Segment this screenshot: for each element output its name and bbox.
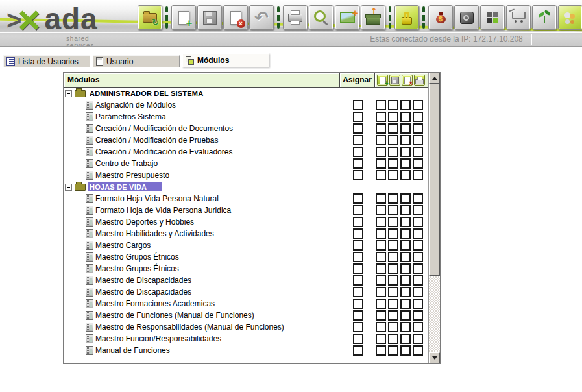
assign-checkbox[interactable]: [353, 217, 363, 227]
permission-checkbox[interactable]: [413, 147, 423, 157]
permission-checkbox[interactable]: [376, 217, 386, 227]
module-row[interactable]: Maestro de Responsabilidades (Manual de …: [64, 321, 430, 333]
assign-checkbox[interactable]: [353, 299, 363, 309]
permission-checkbox[interactable]: [413, 100, 423, 110]
permission-checkbox[interactable]: [388, 240, 398, 251]
assign-checkbox[interactable]: [353, 100, 363, 110]
module-group-row[interactable]: HOJAS DE VIDA: [64, 181, 430, 193]
permission-checkbox[interactable]: [388, 287, 398, 297]
module-row[interactable]: Maestro Deportes y Hobbies: [64, 216, 430, 228]
permission-checkbox[interactable]: [400, 240, 411, 251]
money-button[interactable]: [428, 5, 453, 30]
module-row[interactable]: Parámetros Sistema: [64, 111, 430, 123]
permission-checkbox[interactable]: [413, 170, 423, 180]
assign-checkbox[interactable]: [353, 147, 363, 157]
permission-checkbox[interactable]: [388, 123, 398, 134]
export-image-button[interactable]: [335, 5, 359, 30]
permission-checkbox[interactable]: [376, 158, 386, 169]
permission-checkbox[interactable]: [413, 240, 423, 251]
permission-checkbox[interactable]: [388, 322, 398, 332]
permission-checkbox[interactable]: [388, 158, 398, 169]
permission-checkbox[interactable]: [388, 170, 398, 180]
permission-checkbox[interactable]: [400, 345, 411, 356]
permission-checkbox[interactable]: [388, 205, 398, 215]
permission-checkbox[interactable]: [388, 263, 398, 274]
module-row[interactable]: Maestro Cargos: [64, 239, 430, 251]
permission-checkbox[interactable]: [388, 100, 398, 110]
permission-checkbox[interactable]: [388, 217, 398, 227]
assign-checkbox[interactable]: [353, 287, 363, 297]
module-row[interactable]: Maestro Habilidades y Actividades: [64, 228, 430, 239]
assign-checkbox[interactable]: [353, 263, 363, 274]
module-row[interactable]: Maestro Presupuesto: [64, 169, 430, 181]
permission-checkbox[interactable]: [400, 228, 411, 239]
permission-checkbox[interactable]: [413, 123, 423, 134]
module-row[interactable]: Formato Hoja de Vida Persona Juridica: [64, 204, 430, 216]
permission-checkbox[interactable]: [376, 193, 386, 204]
permission-checkbox[interactable]: [388, 228, 398, 239]
permission-checkbox[interactable]: [400, 263, 411, 274]
tab-lista-de-usuarios[interactable]: Lista de Usuarios: [3, 55, 90, 67]
permission-checkbox[interactable]: [400, 322, 411, 332]
row-delete-button[interactable]: [402, 75, 413, 86]
permission-checkbox[interactable]: [400, 123, 411, 134]
permission-checkbox[interactable]: [413, 228, 423, 239]
assign-checkbox[interactable]: [353, 135, 363, 145]
permission-checkbox[interactable]: [388, 334, 398, 344]
permission-checkbox[interactable]: [376, 334, 386, 344]
open-box-button[interactable]: [361, 5, 385, 30]
module-row[interactable]: Maestro Grupos Étnicos: [64, 251, 430, 263]
permission-checkbox[interactable]: [376, 345, 386, 356]
module-row[interactable]: Manual de Funciones: [64, 345, 430, 356]
permission-checkbox[interactable]: [413, 322, 423, 332]
permission-checkbox[interactable]: [413, 310, 423, 321]
permission-checkbox[interactable]: [413, 263, 423, 274]
permission-checkbox[interactable]: [376, 170, 386, 180]
scroll-down-button[interactable]: [429, 352, 440, 363]
assign-checkbox[interactable]: [353, 310, 363, 321]
cart-button[interactable]: [506, 5, 531, 30]
permission-checkbox[interactable]: [413, 275, 423, 286]
permission-checkbox[interactable]: [376, 135, 386, 145]
collapse-toggle-icon[interactable]: [65, 184, 72, 191]
module-row[interactable]: Maestro de Discapacidades: [64, 286, 430, 298]
module-row[interactable]: Maestro de Funciones (Manual de Funcione…: [64, 310, 430, 321]
permission-checkbox[interactable]: [413, 299, 423, 309]
permission-checkbox[interactable]: [376, 100, 386, 110]
permission-checkbox[interactable]: [400, 310, 411, 321]
assign-checkbox[interactable]: [353, 345, 363, 356]
permission-checkbox[interactable]: [388, 345, 398, 356]
module-row[interactable]: Creación / Modificación de Evaluadores: [64, 146, 430, 158]
permission-checkbox[interactable]: [400, 205, 411, 215]
permission-checkbox[interactable]: [413, 252, 423, 262]
assign-checkbox[interactable]: [353, 228, 363, 239]
payroll-button[interactable]: [532, 5, 557, 30]
module-row[interactable]: Formato Hoja Vida Persona Natural: [64, 193, 430, 204]
permission-checkbox[interactable]: [388, 147, 398, 157]
permission-checkbox[interactable]: [413, 217, 423, 227]
assign-checkbox[interactable]: [353, 158, 363, 169]
permission-checkbox[interactable]: [376, 310, 386, 321]
scroll-up-button[interactable]: [429, 73, 440, 84]
permission-checkbox[interactable]: [388, 193, 398, 204]
permission-checkbox[interactable]: [413, 135, 423, 145]
open-button[interactable]: [138, 5, 162, 30]
permission-checkbox[interactable]: [400, 135, 411, 145]
permission-checkbox[interactable]: [388, 112, 398, 122]
assign-checkbox[interactable]: [353, 112, 363, 122]
lock-button[interactable]: [394, 5, 419, 30]
scrollbar-thumb[interactable]: [429, 84, 440, 276]
permission-checkbox[interactable]: [388, 275, 398, 286]
permission-checkbox[interactable]: [400, 193, 411, 204]
permission-checkbox[interactable]: [400, 112, 411, 122]
permission-checkbox[interactable]: [413, 334, 423, 344]
permission-checkbox[interactable]: [376, 205, 386, 215]
collapse-toggle-icon[interactable]: [65, 90, 72, 97]
permission-checkbox[interactable]: [413, 193, 423, 204]
permission-checkbox[interactable]: [413, 205, 423, 215]
permission-checkbox[interactable]: [413, 158, 423, 169]
tab-usuario[interactable]: Usuario: [93, 55, 180, 67]
assign-checkbox[interactable]: [353, 322, 363, 332]
permission-checkbox[interactable]: [388, 310, 398, 321]
permission-checkbox[interactable]: [400, 252, 411, 262]
